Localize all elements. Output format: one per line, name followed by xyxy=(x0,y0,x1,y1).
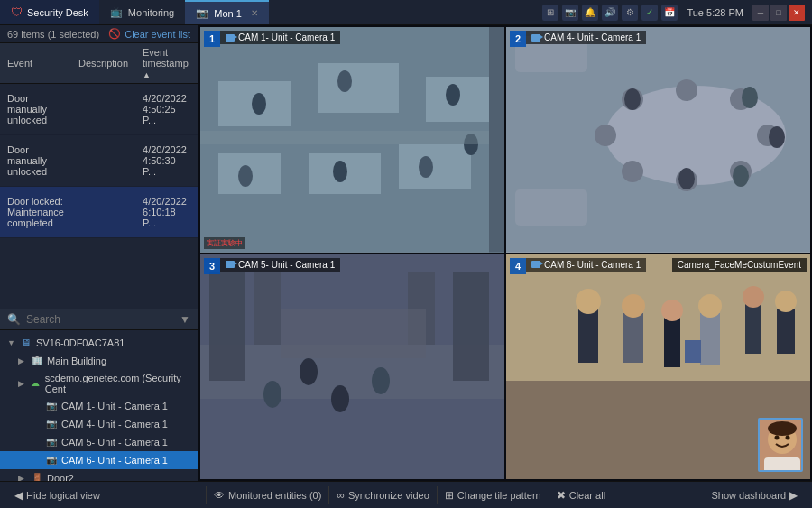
event-table: Event Description Event timestamp Source… xyxy=(0,43,198,238)
volume-icon[interactable]: 🔊 xyxy=(602,5,618,21)
col-description[interactable]: Description xyxy=(71,43,135,84)
camera-tile-1[interactable]: 1 CAM 1- Unit - Camera 1 xyxy=(200,27,504,253)
col-event[interactable]: Event xyxy=(0,43,71,84)
svg-rect-3 xyxy=(426,77,494,122)
tree-item-cam1[interactable]: 📷 CAM 1- Unit - Camera 1 xyxy=(0,397,198,415)
tab-bar: 🛡 Security Desk 📺 Monitoring 📷 Mon 1 ✕ xyxy=(0,0,269,24)
show-dashboard-label: Show dashboard xyxy=(711,490,786,501)
camera-grid: 1 CAM 1- Unit - Camera 1 xyxy=(198,25,812,481)
security-desk-label: Security Desk xyxy=(27,7,88,18)
change-tile-pattern-label: Change tile pattern xyxy=(457,490,541,501)
event-source: CAM 4- Unit - Camera 1 xyxy=(196,135,198,187)
svg-point-52 xyxy=(661,300,683,321)
building-icon: 🏢 xyxy=(31,355,43,367)
show-dashboard-button[interactable]: Show dashboard ▶ xyxy=(704,486,805,504)
tree-item-cam4[interactable]: 📷 CAM 4- Unit - Camera 1 xyxy=(0,415,198,433)
monitoring-label: Monitoring xyxy=(128,7,174,18)
svg-rect-6 xyxy=(399,144,471,189)
tab-security-desk[interactable]: 🛡 Security Desk xyxy=(0,0,99,24)
tree-label: Main Building xyxy=(47,356,106,366)
tree-label: CAM 5- Unit - Camera 1 xyxy=(61,437,168,448)
camera-tile-3[interactable]: 3 CAM 5- Unit - Camera 1 xyxy=(200,254,504,480)
camera-tile-4[interactable]: 4 CAM 6- Unit - Camera 1 Camera_FaceMeCu… xyxy=(506,254,810,480)
tree-item-sv16[interactable]: ▼ 🖥 SV16-0DF0AC7A81 xyxy=(0,334,198,352)
svg-point-39 xyxy=(300,358,318,385)
filter-icon[interactable]: ▼ xyxy=(180,313,190,326)
col-source[interactable]: Source xyxy=(196,43,198,84)
svg-point-28 xyxy=(769,126,785,148)
change-tile-pattern-button[interactable]: ⊞ Change tile pattern xyxy=(438,486,549,504)
close-button[interactable]: ✕ xyxy=(789,5,805,21)
svg-rect-53 xyxy=(700,313,720,365)
svg-rect-35 xyxy=(209,272,245,381)
tree-arrow: ▶ xyxy=(18,474,27,482)
svg-point-57 xyxy=(743,286,764,308)
tree-item-door2[interactable]: ▶ 🚪 Door2 xyxy=(0,469,198,482)
svg-rect-65 xyxy=(764,457,800,472)
cam-icon xyxy=(226,261,235,268)
svg-point-29 xyxy=(733,165,749,187)
svg-rect-47 xyxy=(578,309,598,363)
camera-label-3: CAM 5- Unit - Camera 1 xyxy=(220,258,340,272)
monitored-entities-button[interactable]: 👁 Monitored entities (0) xyxy=(207,486,328,504)
search-icon: 🔍 xyxy=(7,313,21,326)
svg-point-11 xyxy=(333,161,347,182)
svg-point-59 xyxy=(775,291,797,312)
chevron-left-icon: ◀ xyxy=(14,489,23,502)
svg-rect-37 xyxy=(254,272,281,345)
svg-point-50 xyxy=(622,294,645,318)
tab-monitoring[interactable]: 📺 Monitoring xyxy=(99,0,185,24)
tab-close-button[interactable]: ✕ xyxy=(251,8,258,18)
hide-logical-view-button[interactable]: ◀ Hide logical view xyxy=(7,486,107,504)
svg-rect-43 xyxy=(281,309,426,358)
synchronize-video-button[interactable]: ∞ Synchronize video xyxy=(329,486,436,504)
entities-icon: 👁 xyxy=(214,489,225,502)
svg-rect-14 xyxy=(200,131,504,144)
clear-all-button[interactable]: ✖ Clear all xyxy=(549,486,613,504)
svg-rect-58 xyxy=(777,309,795,354)
tree-arrow: ▶ xyxy=(18,356,27,365)
tree-item-scdemo[interactable]: ▶ ☁ scdemo.genetec.com (Security Cent xyxy=(0,370,198,397)
settings-icon[interactable]: ⚙ xyxy=(622,5,638,21)
event-header: 69 items (1 selected) 🚫 Clear event list xyxy=(0,25,198,43)
event-desc xyxy=(71,84,135,135)
camera-tab-icon: 📷 xyxy=(196,7,208,19)
event-row[interactable]: Door manually unlocked 4/20/2022 4:50:30… xyxy=(0,135,198,187)
col-timestamp[interactable]: Event timestamp xyxy=(135,43,196,84)
tree-label: CAM 1- Unit - Camera 1 xyxy=(61,401,168,411)
cam-icon xyxy=(531,34,540,42)
calendar-icon[interactable]: 📅 xyxy=(661,5,678,21)
maximize-button[interactable]: □ xyxy=(770,5,787,21)
synchronize-video-label: Synchronize video xyxy=(348,490,429,501)
shield-icon: 🛡 xyxy=(11,5,23,19)
status-icon[interactable]: ✓ xyxy=(641,5,658,21)
minimize-button[interactable]: ─ xyxy=(752,5,769,21)
event-time: 4/20/2022 4:50:25 P... xyxy=(135,84,196,135)
search-input[interactable] xyxy=(26,313,174,326)
sync-icon: ∞ xyxy=(337,489,345,502)
camera-label-4: CAM 6- Unit - Camera 1 xyxy=(526,258,646,272)
event-row[interactable]: Door manually unlocked 4/20/2022 4:50:25… xyxy=(0,84,198,135)
clear-icon: 🚫 xyxy=(108,28,121,40)
camera-sys-icon[interactable]: 📷 xyxy=(562,5,578,21)
event-row[interactable]: Door locked: Maintenance completed 4/20/… xyxy=(0,187,198,238)
svg-point-9 xyxy=(446,84,460,106)
clear-event-button[interactable]: 🚫 Clear event list xyxy=(108,28,190,40)
tree-item-cam6[interactable]: 📷 CAM 6- Unit - Camera 1 xyxy=(0,451,198,469)
tree-item-cam5[interactable]: 📷 CAM 5- Unit - Camera 1 xyxy=(0,433,198,451)
camera-feed-1: 実証実験中 xyxy=(200,27,504,253)
clear-icon: ✖ xyxy=(557,489,566,502)
tab-mon1[interactable]: 📷 Mon 1 ✕ xyxy=(185,0,269,24)
camera-tree-icon: 📷 xyxy=(45,418,58,430)
svg-point-27 xyxy=(742,87,758,108)
audio-icon[interactable]: 🔔 xyxy=(582,5,598,21)
svg-point-64 xyxy=(786,436,790,440)
tree-item-main-building[interactable]: ▶ 🏢 Main Building xyxy=(0,352,198,370)
network-icon[interactable]: ⊞ xyxy=(542,5,558,21)
cloud-icon: ☁ xyxy=(30,377,42,390)
camera-tile-2[interactable]: 2 CAM 4- Unit - Camera 1 xyxy=(506,27,810,253)
svg-rect-55 xyxy=(685,340,701,363)
search-box: 🔍 ▼ xyxy=(0,309,198,330)
tree-label: CAM 6- Unit - Camera 1 xyxy=(61,455,168,466)
camera-number-1: 1 xyxy=(204,31,220,47)
